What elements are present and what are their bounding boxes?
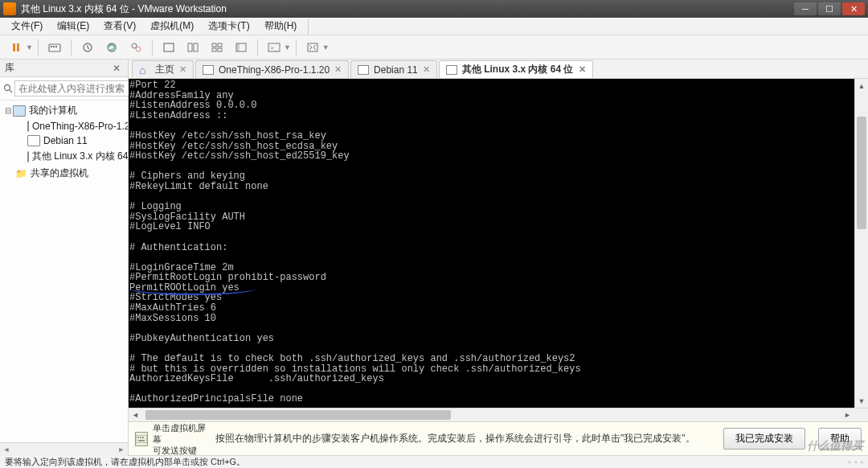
unity-button[interactable] bbox=[230, 38, 252, 57]
computer-icon bbox=[13, 105, 26, 117]
menu-file[interactable]: 文件(F) bbox=[5, 18, 49, 35]
svg-rect-1 bbox=[17, 43, 19, 51]
tab-label: Debian 11 bbox=[374, 64, 418, 76]
revert-snapshot-button[interactable] bbox=[100, 38, 123, 57]
minimize-button[interactable]: ─ bbox=[794, 2, 817, 15]
tree-item-onething[interactable]: OneThing-X86-Pro-1.2 bbox=[0, 119, 128, 133]
fullscreen-button[interactable] bbox=[301, 38, 324, 57]
pause-button[interactable] bbox=[5, 38, 27, 57]
svg-rect-10 bbox=[164, 43, 174, 51]
tree-item-shared[interactable]: 共享的虚拟机 bbox=[0, 165, 128, 182]
help-button[interactable]: 帮助 bbox=[818, 428, 862, 450]
svg-rect-5 bbox=[55, 46, 57, 47]
manage-snapshots-button[interactable] bbox=[125, 38, 147, 57]
scroll-right-icon[interactable]: ► bbox=[841, 408, 854, 421]
tree-item-label: 共享的虚拟机 bbox=[31, 166, 88, 180]
tab-label: OneThing-X86-Pro-1.1.20 bbox=[219, 64, 330, 76]
horizontal-scrollbar[interactable]: ◄ ► bbox=[129, 408, 868, 421]
fullscreen-dropdown-icon[interactable]: ▼ bbox=[322, 43, 330, 51]
console-view-button[interactable]: >_ bbox=[263, 38, 285, 57]
tab-close-icon[interactable]: ✕ bbox=[423, 64, 430, 75]
collapse-icon[interactable]: ⊟ bbox=[3, 106, 13, 115]
svg-line-23 bbox=[10, 90, 12, 92]
snapshot-button[interactable] bbox=[76, 38, 99, 57]
svg-rect-18 bbox=[236, 43, 240, 51]
svg-rect-3 bbox=[51, 46, 52, 47]
tree-item-debian[interactable]: Debian 11 bbox=[0, 133, 128, 148]
install-done-button[interactable]: 我已完成安装 bbox=[723, 428, 805, 450]
folder-icon bbox=[14, 168, 27, 179]
status-device-icon[interactable]: ▫ bbox=[860, 458, 863, 466]
window-title: 其他 Linux 3.x 内核 64 位 - VMware Workstatio… bbox=[21, 2, 794, 16]
install-message: 按照在物理计算机中的步骤安装客户机操作系统。完成安装后，操作系统会进行引导，此时… bbox=[215, 432, 710, 445]
status-text: 要将输入定向到该虚拟机，请在虚拟机内部单击或按 Ctrl+G。 bbox=[5, 456, 245, 468]
svg-rect-15 bbox=[212, 48, 216, 51]
tree-root-my-computer[interactable]: ⊟ 我的计算机 bbox=[0, 102, 128, 119]
content-area: 主页 ✕ OneThing-X86-Pro-1.1.20 ✕ Debian 11… bbox=[129, 60, 868, 455]
svg-rect-16 bbox=[218, 48, 222, 51]
svg-point-9 bbox=[136, 47, 141, 51]
vm-console-terminal[interactable]: #Port 22#AddressFamily any#ListenAddress… bbox=[129, 79, 854, 408]
tab-debian[interactable]: Debian 11 ✕ bbox=[350, 60, 437, 78]
search-icon[interactable] bbox=[3, 81, 13, 96]
console-dropdown-icon[interactable]: ▼ bbox=[284, 43, 291, 51]
svg-rect-24 bbox=[136, 435, 147, 443]
sidebar-hscroll[interactable]: ◄ ► bbox=[0, 442, 128, 455]
svg-rect-21 bbox=[308, 43, 317, 51]
tab-bar: 主页 ✕ OneThing-X86-Pro-1.1.20 ✕ Debian 11… bbox=[129, 60, 868, 79]
sidebar-header: 库 ✕ bbox=[0, 60, 128, 77]
tab-home[interactable]: 主页 ✕ bbox=[132, 60, 194, 78]
scroll-right-icon[interactable]: ► bbox=[115, 443, 128, 456]
tree-item-label: OneThing-X86-Pro-1.2 bbox=[32, 121, 128, 132]
statusbar: 要将输入定向到该虚拟机，请在虚拟机内部单击或按 Ctrl+G。 ▫ ▫ ▫ bbox=[0, 455, 868, 468]
vm-icon bbox=[358, 65, 369, 75]
sidebar-title: 库 bbox=[5, 61, 14, 75]
menu-edit[interactable]: 编辑(E) bbox=[51, 18, 96, 35]
vm-icon bbox=[446, 65, 457, 75]
info-label-1: 单击虚拟机屏幕 bbox=[153, 422, 207, 445]
menu-tabs[interactable]: 选项卡(T) bbox=[202, 18, 256, 35]
svg-point-22 bbox=[5, 85, 10, 91]
maximize-button[interactable]: ☐ bbox=[818, 2, 841, 15]
toolbar: ▼ >_ ▼ ▼ bbox=[0, 35, 868, 60]
view-multi-button[interactable] bbox=[182, 38, 204, 57]
menubar: 文件(F) 编辑(E) 查看(V) 虚拟机(M) 选项卡(T) 帮助(H) bbox=[0, 18, 868, 35]
scroll-thumb[interactable] bbox=[145, 410, 451, 420]
svg-rect-14 bbox=[218, 43, 222, 47]
scroll-up-icon[interactable]: ▲ bbox=[855, 79, 868, 92]
vertical-scrollbar[interactable]: ▲ ▼ bbox=[854, 79, 868, 408]
view-thumbnails-button[interactable] bbox=[206, 38, 228, 57]
search-input[interactable] bbox=[14, 80, 143, 96]
svg-rect-26 bbox=[140, 437, 141, 438]
vm-icon bbox=[27, 121, 29, 132]
menu-view[interactable]: 查看(V) bbox=[97, 18, 142, 35]
send-ctrl-alt-del-button[interactable] bbox=[43, 38, 66, 57]
status-tray: ▫ ▫ ▫ bbox=[848, 458, 863, 466]
scroll-left-icon[interactable]: ◄ bbox=[129, 408, 142, 421]
svg-rect-12 bbox=[194, 43, 198, 51]
scroll-thumb[interactable] bbox=[857, 117, 866, 229]
view-single-button[interactable] bbox=[158, 38, 180, 57]
svg-rect-27 bbox=[142, 437, 144, 438]
svg-rect-0 bbox=[13, 43, 15, 51]
tab-close-icon[interactable]: ✕ bbox=[179, 64, 186, 75]
status-device-icon[interactable]: ▫ bbox=[848, 458, 851, 466]
close-button[interactable]: ✕ bbox=[842, 2, 865, 15]
menu-vm[interactable]: 虚拟机(M) bbox=[144, 18, 200, 35]
tree-item-linux3x[interactable]: 其他 Linux 3.x 内核 64 bbox=[0, 148, 128, 165]
window-titlebar: 其他 Linux 3.x 内核 64 位 - VMware Workstatio… bbox=[0, 0, 868, 18]
menu-help[interactable]: 帮助(H) bbox=[258, 18, 304, 35]
vm-icon bbox=[27, 151, 29, 162]
tree-item-label: 其他 Linux 3.x 内核 64 bbox=[32, 150, 128, 163]
scroll-down-icon[interactable]: ▼ bbox=[855, 394, 868, 408]
power-dropdown-icon[interactable]: ▼ bbox=[26, 43, 33, 51]
tab-close-icon[interactable]: ✕ bbox=[579, 64, 586, 75]
sidebar-close-icon[interactable]: ✕ bbox=[110, 62, 123, 75]
tab-onething[interactable]: OneThing-X86-Pro-1.1.20 ✕ bbox=[195, 60, 349, 78]
status-device-icon[interactable]: ▫ bbox=[854, 458, 858, 466]
scroll-left-icon[interactable]: ◄ bbox=[0, 443, 13, 456]
tab-close-icon[interactable]: ✕ bbox=[334, 64, 342, 75]
svg-rect-2 bbox=[49, 44, 60, 51]
tab-linux3x[interactable]: 其他 Linux 3.x 内核 64 位 ✕ bbox=[439, 60, 593, 78]
svg-rect-25 bbox=[137, 437, 139, 438]
